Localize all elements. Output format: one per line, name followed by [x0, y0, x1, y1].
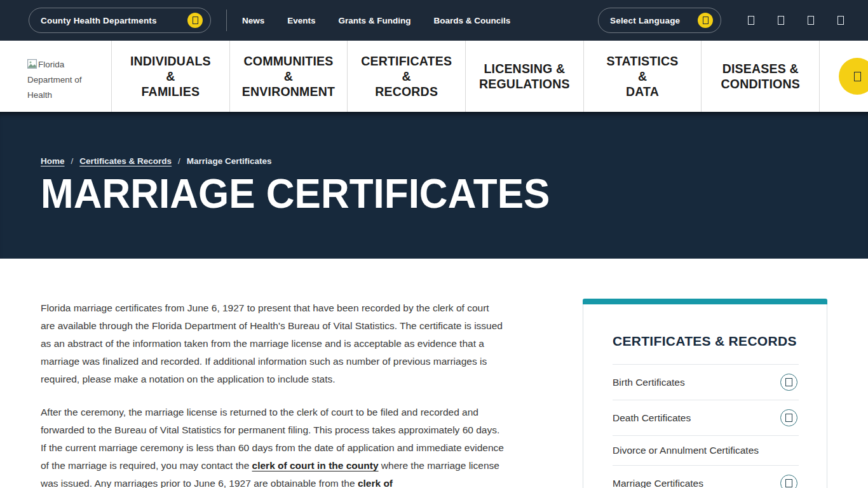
card-title: CERTIFICATES & RECORDS: [613, 334, 799, 349]
nav-search-zone: [820, 41, 868, 112]
link-grants-funding[interactable]: Grants & Funding: [339, 16, 411, 25]
breadcrumb-separator: /: [178, 156, 180, 166]
sidebar-item-death-certificates[interactable]: Death Certificates: [613, 400, 799, 435]
glyph-box-icon: [193, 17, 198, 24]
nav-licensing-regulations[interactable]: LICENSING & REGULATIONS: [465, 41, 583, 112]
card-accent-bar: [583, 299, 827, 304]
sidebar-item-birth-certificates[interactable]: Birth Certificates: [613, 364, 799, 400]
county-health-departments-button[interactable]: County Health Departments: [29, 8, 211, 33]
link-boards-councils[interactable]: Boards & Councils: [434, 16, 511, 25]
topbar-divider: [226, 10, 227, 31]
expand-circle-icon[interactable]: [780, 374, 797, 391]
nav-diseases-conditions[interactable]: DISEASES & CONDITIONS: [701, 41, 820, 112]
nav-item-label: DISEASES & CONDITIONS: [721, 61, 799, 92]
expand-circle-icon[interactable]: [780, 475, 797, 488]
nav-item-label: INDIVIDUALS & FAMILIES: [130, 53, 211, 99]
nav-items: INDIVIDUALS & FAMILIES COMMUNITIES & ENV…: [111, 41, 820, 112]
social-icons-row: [748, 16, 844, 25]
doh-logo-broken-image[interactable]: Florida Department of Health: [27, 41, 91, 112]
glyph-box-icon: [808, 16, 814, 25]
breadcrumb-current-page: Marriage Certificates: [187, 156, 272, 166]
language-button-label: Select Language: [610, 16, 680, 25]
glyph-box-icon: [785, 414, 792, 422]
breadcrumb: Home / Certificates & Records / Marriage…: [41, 112, 827, 166]
nav-certificates-records[interactable]: CERTIFICATES & RECORDS: [347, 41, 465, 112]
nav-item-label: STATISTICS & DATA: [607, 53, 679, 99]
search-button[interactable]: [839, 58, 868, 95]
breadcrumb-home[interactable]: Home: [41, 156, 65, 166]
glyph-box-icon: [837, 16, 844, 25]
breadcrumb-separator: /: [71, 156, 74, 166]
nav-item-label: LICENSING & REGULATIONS: [479, 61, 570, 92]
glyph-box-icon: [778, 16, 784, 25]
breadcrumb-certificates-records[interactable]: Certificates & Records: [79, 156, 172, 166]
top-utility-bar: County Health Departments News Events Gr…: [0, 0, 868, 41]
hero-banner: Home / Certificates & Records / Marriage…: [0, 112, 868, 259]
social-icon-1[interactable]: [748, 16, 754, 25]
paragraph-2: After the ceremony, the marriage license…: [41, 403, 505, 488]
expand-circle-icon[interactable]: [780, 409, 797, 426]
select-language-button[interactable]: Select Language: [598, 8, 721, 33]
glyph-box-icon: [785, 479, 792, 487]
sidebar-item-label: Birth Certificates: [613, 377, 685, 388]
clerk-of-court-link[interactable]: clerk of: [358, 478, 393, 488]
nav-item-label: COMMUNITIES & ENVIRONMENT: [242, 53, 335, 99]
article-text: Florida marriage certificates from June …: [41, 259, 505, 488]
page-title: MARRIAGE CERTIFICATES: [41, 173, 827, 214]
glyph-box-icon: [748, 16, 754, 25]
county-button-label: County Health Departments: [41, 16, 157, 25]
nav-item-label: CERTIFICATES & RECORDS: [361, 53, 452, 99]
sidebar-item-divorce-annulment-certificates[interactable]: Divorce or Annulment Certificates: [613, 435, 799, 465]
social-icon-3[interactable]: [808, 16, 814, 25]
link-news[interactable]: News: [242, 16, 264, 25]
social-icon-2[interactable]: [778, 16, 784, 25]
glyph-box-icon: [703, 17, 709, 24]
main-navigation: Florida Department of Health INDIVIDUALS…: [0, 41, 868, 112]
broken-image-icon: [27, 59, 37, 69]
dropdown-badge-icon: [698, 13, 713, 28]
clerk-of-court-county-link[interactable]: clerk of court in the county: [252, 460, 379, 471]
sidebar-item-marriage-certificates[interactable]: Marriage Certificates: [613, 465, 799, 488]
link-events[interactable]: Events: [287, 16, 315, 25]
main-content: Florida marriage certificates from June …: [0, 259, 868, 488]
sidebar-item-label: Marriage Certificates: [613, 478, 703, 488]
sidebar-item-label: Death Certificates: [613, 412, 691, 424]
dropdown-badge-icon: [187, 13, 203, 28]
certificates-records-card: CERTIFICATES & RECORDS Birth Certificate…: [583, 299, 827, 488]
card-body: CERTIFICATES & RECORDS Birth Certificate…: [583, 304, 827, 488]
glyph-box-icon: [785, 378, 792, 386]
paragraph-1: Florida marriage certificates from June …: [41, 299, 505, 388]
nav-statistics-data[interactable]: STATISTICS & DATA: [583, 41, 702, 112]
sidebar-item-label: Divorce or Annulment Certificates: [613, 445, 759, 456]
nav-individuals-families[interactable]: INDIVIDUALS & FAMILIES: [111, 41, 229, 112]
nav-communities-environment[interactable]: COMMUNITIES & ENVIRONMENT: [229, 41, 348, 112]
search-icon: [854, 72, 861, 81]
social-icon-4[interactable]: [837, 16, 844, 25]
topbar-links: News Events Grants & Funding Boards & Co…: [242, 16, 510, 25]
